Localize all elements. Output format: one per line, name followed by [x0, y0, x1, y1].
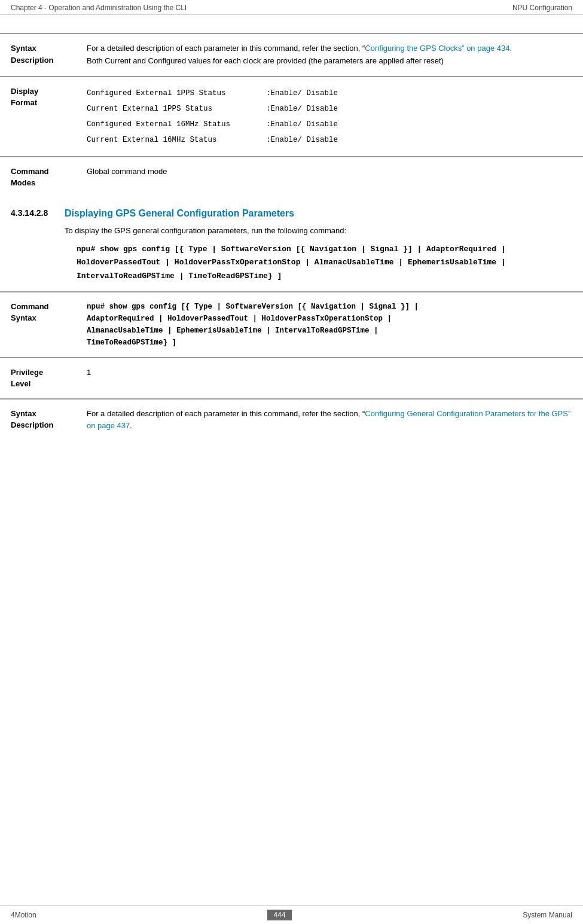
bottom-rows: Command Syntaxnpu# show gps config [{ Ty… [0, 291, 583, 441]
row-privilege-level: Privilege Level1 [0, 357, 583, 398]
section-title: Displaying GPS General Configuration Par… [65, 208, 294, 219]
display-format-table: Configured External 1PPS Status:Enable/ … [87, 86, 572, 148]
section-intro-text: To display the GPS general configuration… [65, 226, 346, 235]
display-format-row: Configured External 16MHz Status:Enable/… [87, 117, 572, 132]
label-privilege-level: Privilege Level [0, 367, 87, 390]
content-syntax-description-1: For a detailed description of each param… [87, 42, 572, 68]
content-display-format: Configured External 1PPS Status:Enable/ … [87, 86, 572, 148]
content-command-modes-1: Global command mode [87, 166, 572, 189]
mono-content: npu# show gps config [{ Type | SoftwareV… [87, 301, 572, 349]
display-key: Current External 1PPS Status [87, 101, 266, 117]
section-heading-row: 4.3.14.2.8 Displaying GPS General Config… [0, 197, 583, 222]
content-syntax-description-2: For a detailed description of each param… [87, 408, 572, 433]
display-value: :Enable/ Disable [266, 101, 572, 117]
text-before: For a detailed description of each param… [87, 44, 365, 53]
section-intro: To display the GPS general configuration… [0, 222, 583, 291]
top-rows: Syntax DescriptionFor a detailed descrip… [0, 33, 583, 197]
page-footer: 4Motion 444 System Manual [0, 905, 583, 924]
text-after-2: Both Current and Configured values for e… [87, 56, 444, 65]
text-after: . [130, 421, 132, 430]
section-number: 4.3.14.2.8 [11, 208, 65, 218]
display-key: Current External 16MHz Status [87, 132, 266, 148]
text-after: . [509, 44, 512, 53]
display-format-row: Current External 1PPS Status:Enable/ Dis… [87, 101, 572, 117]
page-header: Chapter 4 - Operation and Administration… [0, 0, 583, 15]
header-left: Chapter 4 - Operation and Administration… [11, 4, 187, 12]
display-value: :Enable/ Disable [266, 86, 572, 101]
text-before: For a detailed description of each param… [87, 409, 365, 418]
display-value: :Enable/ Disable [266, 117, 572, 132]
header-right: NPU Configuration [512, 4, 572, 12]
display-key: Configured External 1PPS Status [87, 86, 266, 101]
display-format-row: Current External 16MHz Status:Enable/ Di… [87, 132, 572, 148]
display-key: Configured External 16MHz Status [87, 117, 266, 132]
command-display: npu# show gps config [{ Type | SoftwareV… [65, 243, 572, 282]
footer-left: 4Motion [11, 911, 36, 919]
content-privilege-level: 1 [87, 367, 572, 390]
row-syntax-description-2: Syntax DescriptionFor a detailed descrip… [0, 398, 583, 441]
row-command-syntax: Command Syntaxnpu# show gps config [{ Ty… [0, 291, 583, 357]
link[interactable]: Configuring the GPS Clocks” on page 434 [365, 44, 509, 53]
content-command-syntax: npu# show gps config [{ Type | SoftwareV… [87, 301, 572, 349]
footer-page-number: 444 [267, 910, 291, 920]
display-format-row: Configured External 1PPS Status:Enable/ … [87, 86, 572, 101]
row-command-modes-1: Command ModesGlobal command mode [0, 156, 583, 197]
label-command-modes-1: Command Modes [0, 166, 87, 189]
label-display-format: Display Format [0, 86, 87, 148]
label-command-syntax: Command Syntax [0, 301, 87, 349]
label-syntax-description-2: Syntax Description [0, 408, 87, 433]
content-area: Syntax DescriptionFor a detailed descrip… [0, 27, 583, 477]
footer-right: System Manual [523, 911, 572, 919]
display-value: :Enable/ Disable [266, 132, 572, 148]
label-syntax-description-1: Syntax Description [0, 42, 87, 68]
row-syntax-description-1: Syntax DescriptionFor a detailed descrip… [0, 33, 583, 76]
row-display-format: Display FormatConfigured External 1PPS S… [0, 76, 583, 156]
